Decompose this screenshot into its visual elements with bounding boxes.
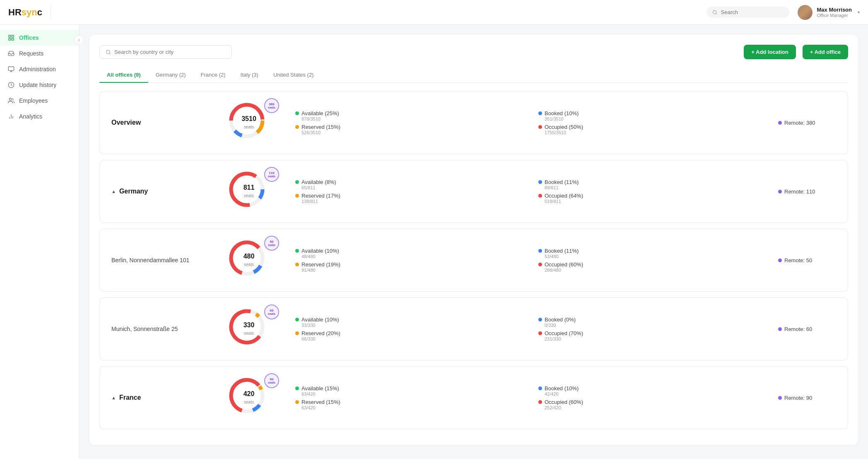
sidebar-item-employees[interactable]: Employees (0, 93, 79, 109)
global-search-input[interactable] (721, 9, 784, 15)
row-title-text: Overview (111, 119, 141, 126)
remote-stat: Remote: 60 (778, 326, 836, 332)
booked-count: 42/420 (545, 391, 765, 396)
stat-reserved: Reserved (19%) 91/480 (295, 261, 522, 273)
tab-france[interactable]: France (2) (193, 68, 233, 83)
booked-label: Booked (0%) (545, 316, 576, 323)
sidebar-item-label: Analytics (19, 113, 42, 120)
stat-booked: Booked (11%) 89/811 (538, 179, 765, 190)
donut-number: 420 (244, 390, 255, 398)
reserved-count: 63/420 (301, 405, 522, 410)
stat-occupied: Occupied (60%) 288/480 (538, 261, 765, 273)
donut-seats-text: seats (244, 262, 254, 267)
remote-label: Remote: 60 (784, 326, 812, 332)
office-row: Munich, Sonnenstraße 25 330 seats 60 sea… (99, 297, 848, 360)
stat-available: Available (25%) 878/3510 (295, 110, 522, 121)
remote-dot (778, 190, 782, 193)
sidebar-item-update-history[interactable]: Update history (0, 77, 79, 93)
row-stats: Available (8%) 65/811 Booked (11%) 89/81… (295, 179, 765, 204)
office-row: Overview 3510 seats 380 seats (99, 91, 848, 154)
tab-italy[interactable]: Italy (3) (233, 68, 266, 83)
add-office-button[interactable]: + Add office (803, 45, 848, 59)
expand-icon: ▲ (111, 189, 116, 194)
user-details: Max Morrison Office Manager (817, 7, 852, 18)
remote-badge: 60 seats (264, 304, 279, 319)
svg-rect-1 (9, 35, 11, 37)
tab-all-offices[interactable]: All offices (9) (99, 68, 148, 83)
remote-stat: Remote: 90 (778, 395, 836, 401)
occupied-count: 252/420 (545, 405, 765, 410)
add-location-button[interactable]: + Add location (744, 45, 796, 59)
stat-booked: Booked (10%) 351/3510 (538, 110, 765, 121)
available-count: 878/3510 (301, 116, 522, 121)
booked-label: Booked (10%) (545, 385, 579, 391)
sidebar-item-label: Administration (19, 66, 56, 72)
remote-badge: 90 seats (264, 373, 279, 388)
office-search-input[interactable] (114, 49, 226, 55)
svg-point-13 (106, 50, 110, 54)
available-label: Available (8%) (301, 179, 336, 185)
search-icon (106, 49, 111, 55)
row-title-text: Berlin, Nonnendammallee 101 (111, 257, 189, 263)
grid-icon (7, 34, 15, 41)
reserved-label: Reserved (17%) (301, 193, 340, 199)
sidebar-item-offices[interactable]: Offices (0, 30, 79, 46)
remote-dot (778, 396, 782, 400)
booked-label: Booked (10%) (545, 110, 579, 116)
donut-chart: 811 seats 110 seats (226, 169, 272, 214)
remote-badge: 380 seats (264, 98, 279, 113)
row-chart: 811 seats 110 seats (216, 169, 282, 214)
office-row: ▲ France 420 seats 90 seats (99, 366, 848, 429)
stat-reserved: Reserved (20%) 66/330 (295, 330, 522, 341)
tab-germany[interactable]: Germany (2) (148, 68, 193, 83)
office-search-bar[interactable] (99, 45, 232, 59)
user-info[interactable]: Max Morrison Office Manager ▾ (798, 5, 860, 20)
reserved-count: 526/3510 (301, 130, 522, 135)
global-search-bar[interactable] (706, 7, 789, 18)
sidebar-collapse-button[interactable]: ‹ (74, 35, 84, 45)
reserved-label: Reserved (15%) (301, 399, 340, 405)
remote-stat: Remote: 380 (778, 120, 836, 126)
remote-stat: Remote: 50 (778, 257, 836, 263)
donut-seats-text: seats (244, 125, 254, 129)
donut-chart: 3510 seats 380 seats (226, 100, 272, 145)
occupied-label: Occupied (50%) (545, 124, 583, 130)
stat-available: Available (10%) 48/480 (295, 248, 522, 259)
remote-dot (778, 258, 782, 262)
donut-chart: 480 seats 50 seats (226, 237, 272, 283)
sidebar-item-administration[interactable]: Administration (0, 61, 79, 77)
row-title-text: Munich, Sonnenstraße 25 (111, 326, 178, 332)
remote-label: Remote: 110 (784, 188, 815, 195)
sidebar-item-analytics[interactable]: Analytics (0, 109, 79, 124)
remote-stat: Remote: 110 (778, 188, 836, 195)
available-label: Available (10%) (301, 316, 339, 323)
avatar-image (798, 5, 813, 20)
booked-label: Booked (11%) (545, 179, 579, 185)
search-icon (712, 10, 717, 15)
row-chart: 330 seats 60 seats (216, 306, 282, 352)
avatar (798, 5, 813, 20)
donut-seats-text: seats (244, 193, 254, 198)
remote-dot (778, 327, 782, 331)
occupied-count: 231/330 (545, 336, 765, 341)
stat-available: Available (8%) 65/811 (295, 179, 522, 190)
donut-number: 480 (244, 253, 255, 260)
stat-booked: Booked (0%) 0/330 (538, 316, 765, 328)
stat-occupied: Occupied (64%) 518/811 (538, 193, 765, 204)
row-title: ▲ Germany (111, 188, 203, 195)
sidebar-item-label: Offices (19, 34, 39, 41)
available-label: Available (15%) (301, 385, 339, 391)
top-header: HRsync Max Morrison Office Manager ▾ (0, 0, 868, 25)
remote-label: Remote: 90 (784, 395, 812, 401)
available-label: Available (10%) (301, 248, 339, 254)
tabs: All offices (9) Germany (2) France (2) I… (99, 68, 848, 83)
stat-booked: Booked (11%) 53/480 (538, 248, 765, 259)
row-stats: Available (10%) 33/330 Booked (0%) 0/330… (295, 316, 765, 341)
reserved-count: 91/480 (301, 268, 522, 273)
stat-occupied: Occupied (60%) 252/420 (538, 399, 765, 410)
office-row: ▲ Germany 811 seats 110 seats (99, 160, 848, 223)
tab-united-states[interactable]: United States (2) (266, 68, 321, 83)
remote-dot (778, 121, 782, 125)
donut-chart: 330 seats 60 seats (226, 306, 272, 352)
sidebar-item-requests[interactable]: Requests (0, 46, 79, 61)
